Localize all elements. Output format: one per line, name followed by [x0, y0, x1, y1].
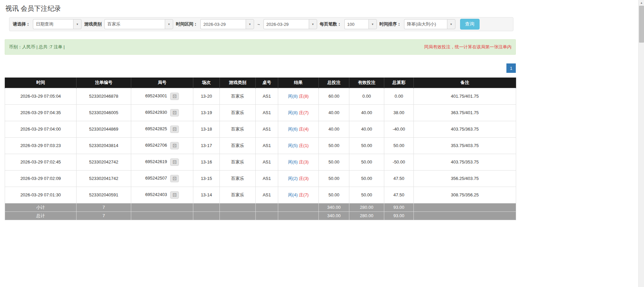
dice-icon: ⚄ [172, 143, 177, 148]
table-header-row: 时间 注单编号 局号 场次 游戏类别 桌号 结果 总投注 有效投注 总派彩 备注 [5, 78, 516, 88]
round-result-button[interactable]: ⚄ [170, 109, 179, 116]
cell-session: 13-17 [193, 137, 220, 154]
header-game: 游戏类别 [220, 78, 256, 88]
cell-session: 13-18 [193, 121, 220, 137]
round-number: 695243001 [145, 93, 167, 98]
cell-total-bet[interactable]: 40.00 [319, 104, 349, 121]
header-total-bet: 总投注 [319, 78, 349, 88]
cell-time: 2026-03-29 07:01:30 [5, 187, 77, 203]
cell-note: 308.75/356.25 [414, 187, 516, 203]
date-to-input[interactable] [263, 19, 309, 29]
sort-select[interactable]: ▼ [404, 19, 455, 29]
cell-payout: 47.50 [384, 187, 414, 203]
page-container: 视讯 会员下注纪录 请选择： ▼ 游戏类别 ▼ 时间区间： ▼ ~ ▼ 每页笔数… [0, 4, 516, 220]
cell-result: 闲(6) 庄(4) [278, 121, 319, 137]
result-banker: 庄(7) [299, 110, 309, 115]
cell-round: 695242507 ⚄ [131, 170, 193, 187]
round-result-button[interactable]: ⚄ [170, 175, 179, 182]
cell-game: 百家乐 [220, 88, 256, 104]
cell-game: 百家乐 [220, 104, 256, 121]
date-from-caret-button[interactable]: ▼ [246, 19, 254, 29]
cell-total-bet[interactable]: 50.00 [319, 170, 349, 187]
page-size-label: 每页笔数： [320, 21, 342, 27]
round-number: 695242930 [145, 110, 167, 115]
dice-icon: ⚄ [172, 176, 177, 181]
header-valid-bet: 有效投注 [349, 78, 384, 88]
cell-total-bet[interactable]: 40.00 [319, 121, 349, 137]
result-banker: 庄(3) [299, 159, 309, 164]
page-size-select[interactable]: ▼ [344, 19, 377, 29]
date-range-label: 时间区间： [176, 21, 198, 27]
cell-game: 百家乐 [220, 170, 256, 187]
result-player: 闲(8) [288, 94, 298, 99]
total-valid-bet: 280.00 [349, 211, 384, 220]
cell-result: 闲(8) 庄(7) [278, 104, 319, 121]
date-to-select[interactable]: ▼ [263, 19, 317, 29]
table-body: 2026-03-29 07:05:04 523302046878 6952430… [5, 88, 516, 203]
round-result-button[interactable]: ⚄ [170, 191, 179, 199]
round-result-button[interactable]: ⚄ [170, 126, 179, 133]
game-type-label: 游戏类别 [84, 21, 102, 27]
scrollbar-thumb[interactable] [639, 6, 644, 43]
cell-note: 353.75/403.75 [414, 137, 516, 154]
scroll-up-icon[interactable]: ▲ [639, 0, 644, 6]
round-result-button[interactable]: ⚄ [170, 93, 179, 100]
header-time: 时间 [5, 78, 77, 88]
cell-round: 695242619 ⚄ [131, 154, 193, 170]
date-from-select[interactable]: ▼ [200, 19, 254, 29]
filter-bar: 请选择： ▼ 游戏类别 ▼ 时间区间： ▼ ~ ▼ 每页笔数： ▼ 时间排序： … [9, 17, 513, 31]
game-type-input[interactable] [104, 19, 165, 29]
query-type-select[interactable]: ▼ [33, 19, 82, 29]
cell-bet-id: 523302040591 [77, 187, 131, 203]
date-from-input[interactable] [200, 19, 246, 29]
cell-payout: 0.00 [384, 88, 414, 104]
game-type-select[interactable]: ▼ [104, 19, 173, 29]
total-label: 总计 [5, 211, 77, 220]
vertical-scrollbar[interactable]: ▲ [638, 0, 644, 287]
search-button[interactable]: 查询 [460, 19, 480, 30]
cell-total-bet[interactable]: 50.00 [319, 187, 349, 203]
round-result-button[interactable]: ⚄ [170, 158, 179, 166]
game-type-caret-button[interactable]: ▼ [165, 19, 173, 29]
header-round: 局号 [131, 78, 193, 88]
date-to-caret-button[interactable]: ▼ [309, 19, 317, 29]
select-label: 请选择： [13, 21, 30, 27]
cell-time: 2026-03-29 07:04:00 [5, 121, 77, 137]
cell-session: 13-20 [193, 88, 220, 104]
page-size-caret-button[interactable]: ▼ [368, 19, 377, 29]
cell-total-bet[interactable]: 60.00 [319, 88, 349, 104]
cell-total-bet[interactable]: 50.00 [319, 154, 349, 170]
page-button-1[interactable]: 1 [506, 63, 516, 73]
result-player: 闲(6) [288, 159, 298, 164]
header-payout: 总派彩 [384, 78, 414, 88]
sort-caret-button[interactable]: ▼ [447, 19, 455, 29]
total-total-bet: 340.00 [319, 211, 349, 220]
subtotal-payout: 93.00 [384, 203, 414, 211]
summary-bar: 币别：人民币 | 总共 :7 注单 | 同局有效投注，统一计算在该局第一张注单内 [5, 39, 516, 55]
table-row: 2026-03-29 07:02:45 523302042742 6952426… [5, 154, 516, 170]
cell-valid-bet: 50.00 [349, 187, 384, 203]
cell-round: 695242403 ⚄ [131, 187, 193, 203]
cell-table-no: AS1 [256, 121, 278, 137]
cell-payout: 50.00 [384, 137, 414, 154]
cell-result: 闲(4) 庄(7) [278, 187, 319, 203]
cell-total-bet[interactable]: 50.00 [319, 137, 349, 154]
cell-round: 695242930 ⚄ [131, 104, 193, 121]
query-type-input[interactable] [33, 19, 73, 29]
header-bet-id: 注单编号 [77, 78, 131, 88]
cell-session: 13-16 [193, 154, 220, 170]
total-count: 7 [77, 211, 131, 220]
result-banker: 庄(8) [299, 94, 309, 99]
cell-note: 403.75/363.75 [414, 121, 516, 137]
round-result-button[interactable]: ⚄ [170, 142, 179, 149]
cell-bet-id: 523302044869 [77, 121, 131, 137]
cell-game: 百家乐 [220, 154, 256, 170]
cell-bet-id: 523302046005 [77, 104, 131, 121]
table-footer: 小计 7 340.00 280.00 93.00 总计 7 340.00 280… [5, 203, 516, 220]
header-note: 备注 [414, 78, 516, 88]
total-payout: 93.00 [384, 211, 414, 220]
query-type-caret-button[interactable]: ▼ [73, 19, 82, 29]
sort-input[interactable] [404, 19, 447, 29]
cell-table-no: AS1 [256, 137, 278, 154]
page-size-input[interactable] [344, 19, 368, 29]
